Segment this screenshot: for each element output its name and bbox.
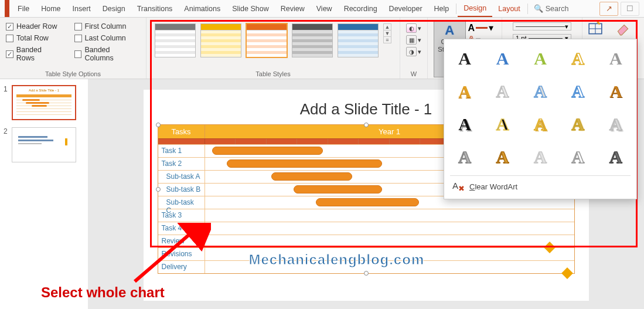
wordart-style-10[interactable]: A xyxy=(601,78,631,105)
thumb-number: 1 xyxy=(4,85,9,120)
gantt-bar[interactable] xyxy=(271,172,353,181)
annotation-text: Select whole chart xyxy=(41,284,165,301)
quick-styles-icon: A xyxy=(445,23,454,38)
group-label-table-styles: Table Styles xyxy=(152,69,394,77)
col-header-tasks: Tasks xyxy=(158,125,205,138)
pen-style[interactable]: ▾ xyxy=(513,22,571,30)
menu-file[interactable]: File xyxy=(12,1,35,16)
wordart-style-19[interactable]: A xyxy=(563,144,592,171)
comments-button[interactable]: ☐ xyxy=(621,2,639,16)
option-banded-rows[interactable]: ✓Banded Rows xyxy=(6,46,62,62)
menu-review[interactable]: Review xyxy=(275,1,311,16)
ribbon: ✓Header RowTotal Row✓Banded Rows First C… xyxy=(0,18,644,79)
group-label-wordart-initial: W xyxy=(403,69,425,77)
thumb-number: 2 xyxy=(4,127,9,162)
option-last-column[interactable]: Last Column xyxy=(74,34,140,42)
option-total-row[interactable]: Total Row xyxy=(6,34,62,42)
watermark: Mechanicalengblog.com xyxy=(249,252,425,268)
gantt-row-label: Revisions xyxy=(158,248,205,260)
shading-button[interactable]: ◐▾ xyxy=(406,23,421,33)
wordart-style-18[interactable]: A xyxy=(526,144,555,171)
wordart-style-20[interactable]: A xyxy=(601,144,631,171)
checkbox-icon: ✓ xyxy=(6,50,13,58)
wordart-style-8[interactable]: A xyxy=(526,78,555,105)
wordart-style-6[interactable]: A xyxy=(450,78,479,105)
slide-thumbnails: 1 Add a Slide Title - 1 2 xyxy=(0,79,88,309)
context-tab-layout[interactable]: Layout xyxy=(492,1,526,16)
table-styles-gallery: ▲▼≡ xyxy=(152,20,394,57)
gantt-bar[interactable] xyxy=(227,159,382,168)
gantt-row-label: Sub-task B xyxy=(158,184,205,196)
gantt-bar[interactable] xyxy=(212,147,323,155)
menu-separator xyxy=(456,4,456,14)
menu-animations[interactable]: Animations xyxy=(178,1,226,16)
gantt-row[interactable]: Review xyxy=(158,235,574,247)
menu-separator xyxy=(527,4,528,14)
gantt-row-label: Sub-task C xyxy=(158,196,205,209)
gantt-row[interactable]: Task 4 xyxy=(158,222,574,235)
gantt-row-label: Task 4 xyxy=(158,222,205,235)
gantt-row-label: Sub-task A xyxy=(158,171,205,183)
gallery-scroll[interactable]: ▲▼≡ xyxy=(383,23,391,43)
wordart-style-16[interactable]: A xyxy=(450,144,479,171)
menu-insert[interactable]: Insert xyxy=(67,1,97,16)
gantt-row-label: Task 3 xyxy=(158,209,205,222)
gantt-bar[interactable] xyxy=(316,198,419,206)
gantt-row-label: Task 1 xyxy=(158,145,205,157)
group-label-table-style-options: Table Style Options xyxy=(6,69,140,77)
gantt-bar-track xyxy=(205,235,574,247)
wordart-style-13[interactable]: A xyxy=(526,111,555,138)
wordart-style-12[interactable]: A xyxy=(488,111,517,138)
wordart-style-5[interactable]: A xyxy=(601,45,631,72)
wordart-dropdown: AAAAAAAAAAAAAAAAAAAA A✖ Clear WordArt xyxy=(444,39,637,199)
option-header-row[interactable]: ✓Header Row xyxy=(6,22,62,30)
menu-transitions[interactable]: Transitions xyxy=(131,1,179,16)
gantt-row-label: Delivery xyxy=(158,261,205,273)
checkbox-icon xyxy=(6,35,13,42)
checkbox-icon xyxy=(74,23,82,30)
search-box[interactable]: 🔍 Search xyxy=(534,4,569,13)
checkbox-icon xyxy=(74,35,82,42)
table-style-3[interactable] xyxy=(246,23,287,57)
menu-home[interactable]: Home xyxy=(35,1,66,16)
effects-button[interactable]: ◑▾ xyxy=(406,47,421,56)
text-fill-button[interactable]: A ▾ xyxy=(468,22,494,33)
wordart-style-1[interactable]: A xyxy=(450,45,479,72)
wordart-style-15[interactable]: A xyxy=(601,111,631,138)
menu-design[interactable]: Design xyxy=(97,1,131,16)
checkbox-icon: ✓ xyxy=(6,23,13,30)
context-tab-design[interactable]: Design xyxy=(458,1,492,17)
wordart-style-7[interactable]: A xyxy=(488,78,517,105)
slide-thumbnail-2[interactable] xyxy=(12,127,76,162)
clear-wordart[interactable]: A✖ Clear WordArt xyxy=(450,175,631,195)
table-style-4[interactable] xyxy=(292,23,333,57)
menu-developer[interactable]: Developer xyxy=(383,1,428,16)
wordart-style-4[interactable]: A xyxy=(563,45,592,72)
gantt-row-label: Task 2 xyxy=(158,158,205,170)
wordart-style-9[interactable]: A xyxy=(563,78,592,105)
menu-slideshow[interactable]: Slide Show xyxy=(226,1,275,16)
wordart-style-11[interactable]: A xyxy=(450,111,479,138)
option-first-column[interactable]: First Column xyxy=(74,22,140,30)
table-style-5[interactable] xyxy=(338,23,379,57)
gantt-row[interactable]: Task 3 xyxy=(158,209,574,222)
table-style-1[interactable] xyxy=(155,23,196,57)
slide-thumbnail-1[interactable]: Add a Slide Title - 1 xyxy=(12,85,76,120)
checkbox-icon xyxy=(74,50,82,58)
share-button[interactable]: ↗ xyxy=(599,2,618,16)
wordart-style-3[interactable]: A xyxy=(526,45,555,72)
wordart-style-14[interactable]: A xyxy=(563,111,592,138)
search-label: Search xyxy=(546,5,569,13)
wordart-style-2[interactable]: A xyxy=(488,45,517,72)
menu-help[interactable]: Help xyxy=(428,1,455,16)
app-accent xyxy=(5,0,9,17)
search-icon: 🔍 xyxy=(534,4,543,13)
menu-view[interactable]: View xyxy=(311,1,338,16)
wordart-style-17[interactable]: A xyxy=(488,144,517,171)
gantt-bar-track xyxy=(205,222,574,235)
table-style-2[interactable] xyxy=(200,23,241,57)
borders-button[interactable]: ▦▾ xyxy=(406,35,421,45)
menu-recording[interactable]: Recording xyxy=(338,1,383,16)
option-banded-columns[interactable]: Banded Columns xyxy=(74,46,140,62)
gantt-bar[interactable] xyxy=(294,185,382,193)
